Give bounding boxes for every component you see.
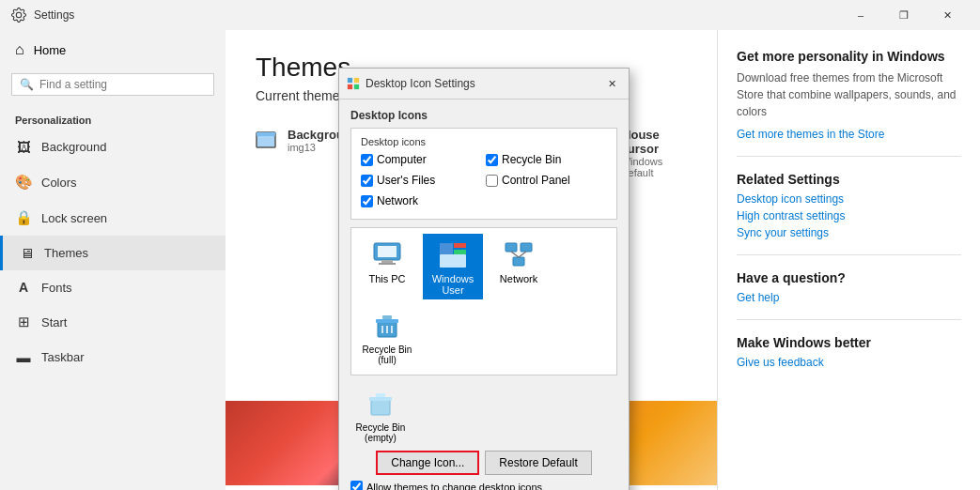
svg-rect-4 — [348, 78, 352, 83]
recycle-empty-label: Recycle Bin(empty) — [356, 422, 406, 443]
checkboxes-grid: Computer Recycle Bin User's Files — [361, 153, 607, 211]
svg-rect-14 — [454, 243, 466, 248]
svg-rect-5 — [354, 78, 359, 83]
desktop-icon-settings-dialog: Desktop Icon Settings ✕ Desktop Icons De… — [338, 68, 630, 490]
sidebar-item-label-themes: Themes — [44, 246, 88, 260]
sidebar-item-fonts[interactable]: A Fonts — [0, 270, 226, 304]
dialog-body: Desktop Icons Desktop icons Computer Rec… — [339, 100, 629, 490]
svg-rect-9 — [378, 246, 397, 257]
dialog-title-left: Desktop Icon Settings — [347, 77, 475, 90]
network-label: Network — [377, 194, 418, 207]
recycle-bin-label: Recycle Bin — [502, 153, 561, 166]
checkbox-network[interactable]: Network — [361, 194, 482, 207]
icon-windows-user[interactable]: WindowsUser — [423, 234, 483, 299]
sidebar-section-title: Personalization — [0, 107, 226, 130]
sync-settings-link[interactable]: Sync your settings — [737, 226, 961, 239]
question-title: Have a question? — [737, 270, 961, 285]
sidebar-item-background[interactable]: 🖼 Background — [0, 130, 226, 164]
computer-checkbox[interactable] — [361, 154, 373, 166]
dialog-section-label: Desktop Icons — [350, 109, 617, 122]
svg-rect-23 — [382, 315, 392, 319]
sidebar-home-label: Home — [34, 43, 67, 57]
group-title: Desktop icons — [361, 136, 607, 147]
recycle-full-icon-img — [370, 309, 404, 343]
svg-line-20 — [519, 252, 526, 257]
users-files-checkbox[interactable] — [361, 175, 373, 187]
control-panel-checkbox[interactable] — [486, 175, 498, 187]
sidebar-item-taskbar[interactable]: ▬ Taskbar — [0, 340, 226, 375]
home-icon: ⌂ — [15, 41, 24, 58]
window-controls: – ❐ ✕ — [839, 0, 969, 30]
store-link[interactable]: Get more themes in the Store — [737, 128, 961, 141]
high-contrast-link[interactable]: High contrast settings — [737, 209, 961, 222]
sidebar-home-item[interactable]: ⌂ Home — [0, 30, 226, 69]
windows-user-label: WindowsUser — [432, 273, 474, 296]
svg-rect-7 — [354, 84, 359, 89]
icon-network[interactable]: Network — [489, 234, 549, 299]
close-button[interactable]: ✕ — [926, 0, 969, 30]
lock-icon: 🔒 — [15, 209, 32, 226]
svg-rect-10 — [381, 260, 393, 263]
search-icon: 🔍 — [20, 78, 34, 91]
sidebar-item-start[interactable]: ⊞ Start — [0, 304, 226, 340]
recycle-empty-icon-img — [364, 387, 397, 421]
main-content: Themes Current theme: Custom Background … — [226, 30, 717, 490]
right-panel: Get more personality in Windows Download… — [717, 30, 980, 490]
svg-rect-13 — [440, 243, 453, 254]
fonts-icon: A — [15, 280, 32, 295]
get-help-link[interactable]: Get help — [737, 291, 961, 304]
change-icon-button[interactable]: Change Icon... — [376, 451, 479, 475]
allow-themes-row[interactable]: Allow themes to change desktop icons — [350, 481, 617, 490]
checkbox-computer[interactable]: Computer — [361, 153, 482, 166]
dialog-overlay: Desktop Icon Settings ✕ Desktop Icons De… — [226, 30, 717, 490]
icons-row2: Recycle Bin(empty) — [350, 383, 617, 447]
icon-recycle-empty[interactable]: Recycle Bin(empty) — [350, 383, 411, 447]
dialog-titlebar: Desktop Icon Settings ✕ — [339, 69, 629, 100]
dialog-title-label: Desktop Icon Settings — [366, 77, 475, 90]
search-input[interactable] — [39, 78, 206, 91]
sidebar-item-label-background: Background — [41, 140, 106, 154]
sidebar-item-label-fonts: Fonts — [41, 281, 72, 295]
svg-rect-15 — [454, 250, 466, 254]
checkbox-control-panel[interactable]: Control Panel — [486, 174, 607, 187]
svg-rect-16 — [506, 243, 517, 252]
divider-3 — [737, 319, 961, 320]
checkbox-recycle-bin[interactable]: Recycle Bin — [486, 153, 607, 166]
maximize-button[interactable]: ❐ — [882, 0, 926, 30]
feedback-link[interactable]: Give us feedback — [737, 356, 961, 369]
title-bar: Settings – ❐ ✕ — [0, 0, 980, 30]
svg-rect-18 — [513, 257, 524, 266]
sidebar-item-themes[interactable]: 🖥 Themes — [0, 236, 226, 270]
restore-default-button[interactable]: Restore Default — [485, 451, 591, 475]
network-checkbox[interactable] — [361, 195, 373, 207]
svg-rect-22 — [376, 319, 398, 323]
desktop-icons-group: Desktop icons Computer Recycle Bin — [350, 128, 617, 220]
related-settings-title: Related Settings — [737, 172, 961, 187]
checkbox-users-files[interactable]: User's Files — [361, 174, 482, 187]
svg-rect-17 — [521, 243, 532, 252]
users-files-label: User's Files — [377, 174, 435, 187]
dialog-close-button[interactable]: ✕ — [602, 74, 621, 93]
svg-rect-28 — [369, 397, 392, 401]
icon-recycle-full[interactable]: Recycle Bin(full) — [357, 305, 417, 369]
dialog-action-row: Change Icon... Restore Default — [350, 451, 617, 475]
taskbar-icon: ▬ — [15, 349, 32, 365]
network-label-icon: Network — [500, 273, 537, 284]
search-box[interactable]: 🔍 — [11, 73, 214, 96]
better-title: Make Windows better — [737, 335, 961, 350]
icon-this-pc[interactable]: This PC — [357, 234, 417, 299]
computer-label: Computer — [377, 153, 427, 166]
allow-themes-checkbox[interactable] — [350, 481, 363, 490]
sidebar-item-colors[interactable]: 🎨 Colors — [0, 164, 226, 200]
sidebar-item-lock-screen[interactable]: 🔒 Lock screen — [0, 200, 226, 236]
svg-rect-27 — [371, 400, 390, 415]
svg-rect-11 — [379, 263, 396, 265]
divider-2 — [737, 254, 961, 255]
this-pc-icon-img — [370, 237, 404, 271]
recycle-bin-checkbox[interactable] — [486, 154, 498, 166]
allow-themes-label: Allow themes to change desktop icons — [366, 482, 542, 491]
control-panel-label: Control Panel — [502, 174, 570, 187]
desktop-icon-settings-link[interactable]: Desktop icon settings — [737, 192, 961, 206]
svg-line-19 — [511, 252, 519, 257]
minimize-button[interactable]: – — [839, 0, 882, 30]
